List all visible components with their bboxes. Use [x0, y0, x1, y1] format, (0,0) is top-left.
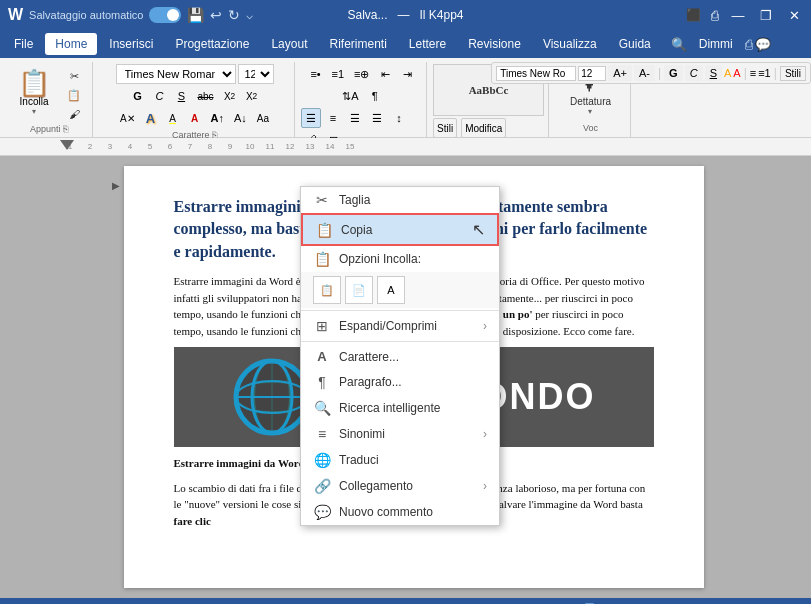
mini-italic-button[interactable]: C [685, 65, 703, 81]
ctx-divider-1 [301, 310, 499, 311]
search-icon[interactable]: 🔍 [671, 37, 687, 52]
mini-color-icon: A [733, 67, 740, 79]
font-size-select[interactable]: 12 [238, 64, 274, 84]
ribbon: 📋 Incolla ▾ ✂ 📋 🖌 Appunti ⎘ Times New [0, 58, 811, 138]
ctx-copia[interactable]: 📋 Copia ↖ [301, 213, 499, 246]
share-icon[interactable]: ⎙ [711, 8, 719, 23]
bold-button[interactable]: G [127, 86, 147, 106]
cut-button[interactable]: ✂ [60, 68, 88, 85]
menu-visualizza[interactable]: Visualizza [533, 33, 607, 55]
underline-button[interactable]: S [171, 86, 191, 106]
sort-button[interactable]: ⇅A [338, 86, 362, 106]
ctx-nuovo-commento[interactable]: 💬 Nuovo commento [301, 499, 499, 525]
mini-floating-toolbar: A+ A- | G C S A A | ≡ ≡1 | Stili [491, 62, 811, 84]
cut-icon: ✂ [70, 70, 79, 83]
line-spacing-button[interactable]: ↕ [389, 108, 409, 128]
menu-guida[interactable]: Guida [609, 33, 661, 55]
mini-bold-button[interactable]: G [664, 65, 683, 81]
context-menu: ✂ Taglia 📋 Copia ↖ 📋 Opzioni Incolla: 📋 … [300, 186, 500, 526]
more-actions-icon[interactable]: ⌵ [246, 8, 253, 22]
aa-button[interactable]: Aa [253, 108, 273, 128]
close-button[interactable]: ✕ [785, 6, 803, 24]
bullets-button[interactable]: ≡• [306, 64, 326, 84]
show-marks-button[interactable]: ¶ [365, 86, 385, 106]
menu-progettazione[interactable]: Progettazione [165, 33, 259, 55]
title-bar: W Salvataggio automatico 💾 ↩ ↻ ⌵ Salva..… [0, 0, 811, 30]
font-color-button[interactable]: A [185, 108, 205, 128]
restore-button[interactable]: ❐ [757, 6, 775, 24]
menu-revisione[interactable]: Revisione [458, 33, 531, 55]
ctx-collegamento[interactable]: 🔗 Collegamento › [301, 473, 499, 499]
clipboard-group: 📋 Incolla ▾ ✂ 📋 🖌 Appunti ⎘ [6, 62, 93, 137]
ctx-traduci-label: Traduci [339, 453, 487, 467]
paste-option-1[interactable]: 📋 [313, 276, 341, 304]
multilevel-button[interactable]: ≡⊕ [350, 64, 373, 84]
format-painter-button[interactable]: 🖌 [60, 106, 88, 122]
save-icon[interactable]: 💾 [187, 7, 204, 23]
subscript-button[interactable]: X2 [220, 86, 240, 106]
strikethrough-button[interactable]: abc [193, 86, 217, 106]
menu-dimmi[interactable]: Dimmi [689, 33, 743, 55]
shrink-font-button[interactable]: A↓ [230, 108, 251, 128]
superscript-button[interactable]: X2 [242, 86, 262, 106]
clipboard-label: Appunti ⎘ [30, 124, 68, 136]
paste-option-2[interactable]: 📄 [345, 276, 373, 304]
expand-ctx-icon: ⊞ [313, 318, 331, 334]
italic-button[interactable]: C [149, 86, 169, 106]
undo-icon[interactable]: ↩ [210, 7, 222, 23]
redo-icon[interactable]: ↻ [228, 7, 240, 23]
paste-option-3[interactable]: A [377, 276, 405, 304]
font-family-select[interactable]: Times New Roman [116, 64, 236, 84]
dettatura-label: Voc [583, 123, 598, 135]
mini-grow-button[interactable]: A+ [608, 65, 632, 81]
menu-home[interactable]: Home [45, 33, 97, 55]
ctx-ricerca-label: Ricerca intelligente [339, 401, 487, 415]
text-effects-button[interactable]: A [141, 108, 161, 128]
menu-layout[interactable]: Layout [261, 33, 317, 55]
mini-highlight-icon: A [724, 67, 731, 79]
ribbon-minimize-icon[interactable]: ⬛ [686, 8, 701, 22]
autosave-toggle[interactable] [149, 7, 181, 23]
align-left-button[interactable]: ☰ [301, 108, 321, 128]
clear-format-button[interactable]: A✕ [116, 108, 139, 128]
align-center-button[interactable]: ≡ [323, 108, 343, 128]
cut-ctx-icon: ✂ [313, 192, 331, 208]
ctx-traduci[interactable]: 🌐 Traduci [301, 447, 499, 473]
collegamento-ctx-icon: 🔗 [313, 478, 331, 494]
font-row-3: A✕ A A A A↑ A↓ Aa [116, 108, 273, 128]
paste-button[interactable]: 📋 Incolla ▾ [10, 66, 58, 120]
copy-button[interactable]: 📋 [60, 87, 88, 104]
menu-inserisci[interactable]: Inserisci [99, 33, 163, 55]
ctx-ricerca[interactable]: 🔍 Ricerca intelligente [301, 395, 499, 421]
ctx-espandi[interactable]: ⊞ Espandi/Comprimi › [301, 313, 499, 339]
stili-button[interactable]: Stili [433, 118, 457, 138]
ctx-opzioni-label: Opzioni Incolla: [339, 252, 487, 266]
ctx-paragrafo[interactable]: ¶ Paragrafo... [301, 369, 499, 395]
ctx-sinonimi[interactable]: ≡ Sinonimi › [301, 421, 499, 447]
comment-icon[interactable]: 💬 [755, 37, 771, 52]
title-bar-left: W Salvataggio automatico 💾 ↩ ↻ ⌵ [8, 6, 253, 24]
mini-underline-button[interactable]: S [705, 65, 722, 81]
grow-font-button[interactable]: A↑ [207, 108, 228, 128]
ctx-taglia[interactable]: ✂ Taglia [301, 187, 499, 213]
mini-font-select[interactable] [496, 66, 576, 81]
ctx-paragrafo-label: Paragrafo... [339, 375, 487, 389]
menu-riferimenti[interactable]: Riferimenti [319, 33, 396, 55]
share-doc-icon[interactable]: ⎙ [745, 37, 753, 52]
ctx-opzioni-incolla[interactable]: 📋 Opzioni Incolla: [301, 246, 499, 272]
mini-shrink-button[interactable]: A- [634, 65, 655, 81]
align-right-button[interactable]: ☰ [345, 108, 365, 128]
indent-increase-button[interactable]: ⇥ [397, 64, 417, 84]
mini-size-select[interactable] [578, 66, 606, 81]
highlight-button[interactable]: A [163, 108, 183, 128]
justify-button[interactable]: ☰ [367, 108, 387, 128]
menu-lettere[interactable]: Lettere [399, 33, 456, 55]
menu-file[interactable]: File [4, 33, 43, 55]
modifica-button[interactable]: Modifica [461, 118, 506, 138]
ctx-carattere[interactable]: A Carattere... [301, 344, 499, 369]
numbering-button[interactable]: ≡1 [328, 64, 349, 84]
indent-decrease-button[interactable]: ⇤ [375, 64, 395, 84]
minimize-button[interactable]: — [729, 6, 747, 24]
ctx-collegamento-label: Collegamento [339, 479, 475, 493]
ctx-sinonimi-label: Sinonimi [339, 427, 475, 441]
